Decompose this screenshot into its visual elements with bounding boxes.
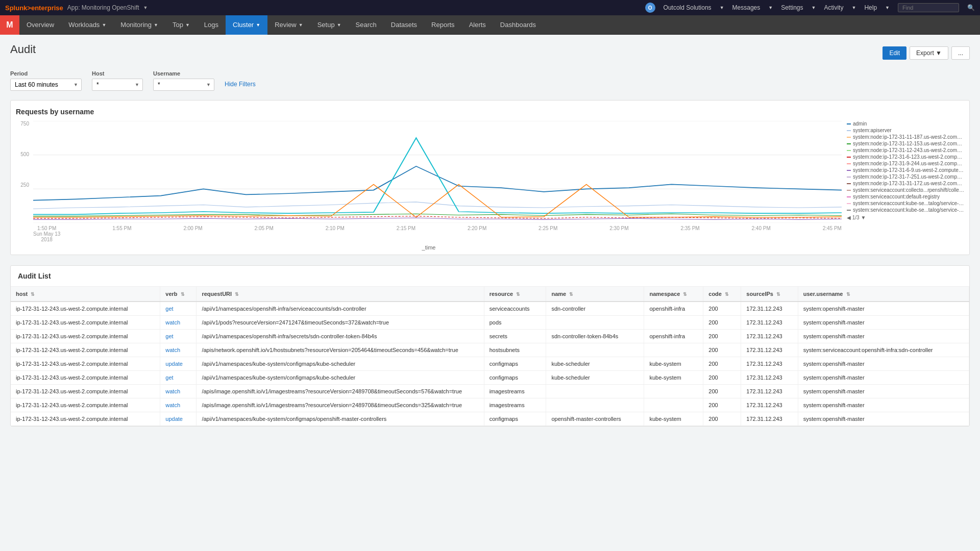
top-bar-right: O Outcold Solutions ▼ Messages ▼ Setting…: [645, 3, 975, 13]
cell-verb: watch: [160, 398, 197, 412]
cell-sourceips: 172.31.12.243: [741, 357, 798, 371]
cell-name: [546, 398, 644, 412]
period-select[interactable]: Last 60 minutes Last 4 hours Last 24 hou…: [10, 79, 82, 91]
audit-list-title: Audit List: [11, 266, 969, 287]
cell-requesturi: /apis/image.openshift.io/v1/imagestreams…: [197, 385, 484, 398]
xaxis-item-7: 2:25 PM: [538, 226, 557, 242]
export-button[interactable]: Export ▼: [910, 46, 948, 60]
cell-host: ip-172-31-12-243.us-west-2.compute.inter…: [11, 412, 160, 426]
nav-item-search[interactable]: Search: [349, 15, 384, 35]
nav-item-review[interactable]: Review ▼: [267, 15, 310, 35]
top-caret: ▼: [185, 22, 190, 28]
table-row: ip-172-31-12-243.us-west-2.compute.inter…: [11, 302, 969, 316]
legend-item-sa1: system:serviceaccount:collecto...rpenshi…: [847, 187, 964, 193]
cell-host: ip-172-31-12-243.us-west-2.compute.inter…: [11, 302, 160, 316]
col-header-username[interactable]: user.username ⇅: [798, 287, 969, 302]
legend-dot-node7: [847, 177, 851, 178]
chart-inner: [33, 121, 842, 224]
chart-area: 750 500 250: [16, 121, 842, 251]
sort-sourceips-icon: ⇅: [776, 292, 780, 297]
cell-host: ip-172-31-12-243.us-west-2.compute.inter…: [11, 371, 160, 385]
col-header-name[interactable]: name ⇅: [546, 287, 644, 302]
cell-namespace: openshift-infra: [644, 330, 703, 343]
cell-verb: get: [160, 302, 197, 316]
cell-namespace: kube-system: [644, 357, 703, 371]
app-logo-icon: M: [0, 15, 19, 35]
col-header-resource[interactable]: resource ⇅: [484, 287, 546, 302]
sort-code-icon: ⇅: [725, 292, 729, 297]
cell-requesturi: /api/v1/namespaces/kube-system/configmap…: [197, 412, 484, 426]
cell-namespace: [644, 343, 703, 357]
nav-item-reports[interactable]: Reports: [424, 15, 462, 35]
col-header-code[interactable]: code ⇅: [703, 287, 741, 302]
cell-host: ip-172-31-12-243.us-west-2.compute.inter…: [11, 316, 160, 330]
find-input[interactable]: [898, 3, 959, 12]
nav-item-logs[interactable]: Logs: [197, 15, 226, 35]
cell-requesturi: /api/v1/pods?resourceVersion=2471247&tim…: [197, 316, 484, 330]
sort-namespace-icon: ⇅: [683, 292, 687, 297]
col-header-namespace[interactable]: namespace ⇅: [644, 287, 703, 302]
nav-item-top[interactable]: Top ▼: [165, 15, 197, 35]
cell-resource: secrets: [484, 330, 546, 343]
hide-filters-button[interactable]: Hide Filters: [225, 81, 256, 88]
nav-item-overview[interactable]: Overview: [19, 15, 61, 35]
nav-item-datasets[interactable]: Datasets: [384, 15, 424, 35]
sort-username-icon: ⇅: [846, 292, 850, 297]
col-header-requesturi[interactable]: requestURI ⇅: [197, 287, 484, 302]
search-icon: 🔍: [967, 4, 975, 11]
review-caret: ▼: [299, 22, 303, 28]
help-nav[interactable]: Help: [864, 4, 877, 11]
pagination-count: 1/3: [852, 215, 860, 220]
legend-dot-node6: [847, 170, 851, 171]
xaxis-item-3: 2:05 PM: [255, 226, 274, 242]
col-header-verb[interactable]: verb ⇅: [160, 287, 197, 302]
legend-pagination[interactable]: ◀ 1/3 ▼: [847, 215, 964, 220]
messages-caret: ▼: [768, 5, 773, 10]
username-select[interactable]: *: [153, 79, 214, 91]
nav-item-dashboards[interactable]: Dashboards: [493, 15, 543, 35]
nav-item-cluster[interactable]: Cluster ▼: [226, 15, 267, 35]
top-bar: Splunk>enterprise App: Monitoring OpenSh…: [0, 0, 980, 15]
cluster-caret: ▼: [256, 22, 260, 28]
table-row: ip-172-31-12-243.us-west-2.compute.inter…: [11, 398, 969, 412]
more-button[interactable]: ...: [951, 46, 970, 60]
cell-code: 200: [703, 357, 741, 371]
cell-username: system:openshift-master: [798, 385, 969, 398]
workloads-caret: ▼: [102, 22, 106, 28]
nav-item-setup[interactable]: Setup ▼: [310, 15, 349, 35]
legend-item-node7: system:node:ip-172-31-7-251.us-west-2.co…: [847, 174, 964, 180]
nav-item-workloads[interactable]: Workloads ▼: [61, 15, 113, 35]
cell-verb: get: [160, 371, 197, 385]
cell-name: [546, 385, 644, 398]
legend-dot-node3: [847, 150, 851, 151]
col-header-sourceips[interactable]: sourceIPs ⇅: [741, 287, 798, 302]
cell-username: system:openshift-master: [798, 412, 969, 426]
y-label-500: 500: [16, 152, 29, 157]
cell-username: system:openshift-master: [798, 330, 969, 343]
activity-nav[interactable]: Activity: [824, 4, 843, 11]
audit-list-section: Audit List host ⇅ verb ⇅ requestURI ⇅ re…: [10, 265, 970, 427]
cell-username: system:openshift-master: [798, 398, 969, 412]
page-actions: Edit Export ▼ ...: [883, 46, 970, 60]
cell-code: 200: [703, 412, 741, 426]
edit-button[interactable]: Edit: [883, 46, 906, 60]
app-label[interactable]: App: Monitoring OpenShift: [67, 4, 139, 11]
setup-caret: ▼: [337, 22, 341, 28]
settings-nav[interactable]: Settings: [781, 4, 803, 11]
cell-verb: get: [160, 330, 197, 343]
messages-nav[interactable]: Messages: [732, 4, 761, 11]
nav-item-monitoring[interactable]: Monitoring ▼: [113, 15, 165, 35]
cell-host: ip-172-31-12-243.us-west-2.compute.inter…: [11, 398, 160, 412]
pagination-next[interactable]: ▼: [861, 215, 866, 220]
host-select-wrapper: *: [92, 79, 143, 91]
page-title: Audit: [10, 43, 36, 56]
cell-sourceips: 172.31.12.243: [741, 398, 798, 412]
cell-host: ip-172-31-12-243.us-west-2.compute.inter…: [11, 385, 160, 398]
nav-item-alerts[interactable]: Alerts: [462, 15, 493, 35]
cell-sourceips: 172.31.12.243: [741, 385, 798, 398]
col-header-host[interactable]: host ⇅: [11, 287, 160, 302]
nav-bar: M Overview Workloads ▼ Monitoring ▼ Top …: [0, 15, 980, 35]
cell-verb: watch: [160, 343, 197, 357]
user-org[interactable]: Outcold Solutions: [664, 4, 712, 11]
host-select[interactable]: *: [92, 79, 143, 91]
